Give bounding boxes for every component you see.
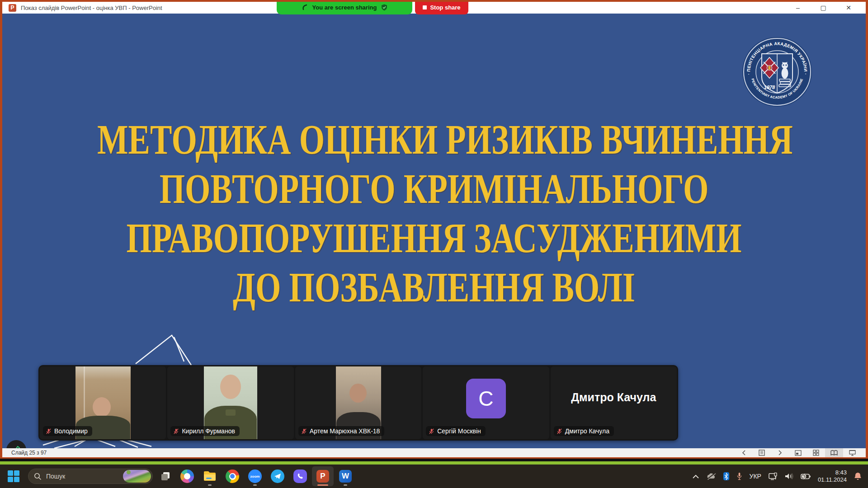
desktop-gap	[0, 458, 868, 461]
powerpoint-icon: P	[316, 470, 329, 483]
language-indicator[interactable]: УКР	[747, 467, 764, 485]
maximize-button[interactable]: ▢	[811, 2, 836, 14]
running-indicator	[344, 484, 347, 486]
copilot-icon	[180, 469, 194, 483]
telegram-icon	[271, 469, 284, 483]
language-code: УКР	[750, 473, 761, 480]
participant-display-name: Дмитро Качула	[551, 390, 677, 404]
stop-icon	[423, 5, 427, 9]
chrome-icon	[226, 469, 239, 483]
powerpoint-icon-letter: P	[320, 472, 325, 481]
reading-view-button[interactable]	[825, 448, 843, 457]
screen-sharing-indicator[interactable]: You are screen sharing	[277, 0, 412, 14]
word-icon: W	[339, 470, 352, 483]
penitentiary-academy-logo: · ПЕНІТЕНЦІАРНА АКАДЕМІЯ УКРАЇНИ · PENIT…	[741, 36, 813, 108]
slide-title-line: ПРАВОПОРУШЕННЯ ЗАСУДЖЕНИМИ	[97, 213, 771, 263]
participant-tile-kyrylo[interactable]: Кирилл Фурманов	[167, 366, 293, 439]
onedrive-offline-icon[interactable]	[703, 467, 719, 485]
normal-view-button[interactable]	[789, 448, 807, 457]
slide-title: МЕТОДИКА ОЦІНКИ РИЗИКІВ ВЧИНЕННЯ ПОВТОРН…	[2, 115, 866, 312]
close-button[interactable]: ✕	[836, 2, 861, 14]
stop-share-label: Stop share	[430, 4, 460, 11]
muted-mic-icon	[173, 428, 179, 434]
logo-year: 1978	[764, 84, 775, 90]
participant-name-pill: Артем Марюхна ХВК-18	[298, 426, 385, 436]
taskbar-app-chrome[interactable]	[222, 466, 243, 486]
windows-logo-icon	[8, 470, 19, 482]
participant-tile-serhii[interactable]: C Сергій Москвін	[423, 366, 549, 439]
microphone-in-use-icon[interactable]	[734, 467, 745, 485]
participant-tile-dmytro[interactable]: Дмитро Качула Дмитро Качула	[551, 366, 677, 439]
participant-avatar: C	[466, 379, 506, 418]
word-icon-letter: W	[342, 472, 349, 481]
participant-name: Кирилл Фурманов	[182, 427, 235, 435]
screen: МЕТОДИКА ОЦІНКИ РИЗИКІВ ВЧИНЕННЯ ПОВТОРН…	[0, 0, 868, 488]
participant-name: Сергій Москвін	[437, 427, 481, 435]
sharing-swoosh-icon	[302, 4, 308, 10]
taskbar-app-zoom[interactable]: zoom	[244, 466, 266, 486]
participant-name-pill: Сергій Москвін	[426, 426, 486, 436]
taskbar-clock[interactable]: 8:43 01.11.2024	[815, 467, 849, 485]
bluetooth-icon[interactable]	[721, 467, 732, 485]
taskbar-app-file-explorer[interactable]	[199, 466, 221, 486]
notification-bell-icon[interactable]	[851, 467, 864, 485]
search-input[interactable]: Пошук	[28, 469, 153, 484]
pencil-icon	[11, 445, 22, 448]
tray-time: 8:43	[818, 469, 847, 476]
stop-share-button[interactable]: Stop share	[415, 0, 468, 14]
running-indicator	[253, 484, 257, 486]
slide-sorter-view-button[interactable]	[807, 448, 825, 457]
task-view-button[interactable]	[156, 466, 175, 486]
share-green-border	[0, 461, 868, 465]
running-indicator	[208, 484, 212, 486]
muted-mic-icon	[557, 428, 562, 434]
battery-charging-icon[interactable]	[798, 467, 813, 485]
slideshow-view-button[interactable]	[843, 448, 861, 457]
taskbar-app-powerpoint[interactable]: P	[312, 466, 334, 486]
active-app-indicator	[317, 484, 328, 486]
participant-name: Артем Марюхна ХВК-18	[310, 427, 380, 435]
zoom-participant-strip: Володимир Кирилл Фурманов	[38, 365, 678, 441]
menu-button[interactable]	[753, 448, 771, 457]
taskbar-app-viber[interactable]	[289, 466, 311, 486]
taskbar-app-copilot[interactable]	[176, 466, 198, 486]
muted-mic-icon	[301, 428, 307, 434]
participant-name: Дмитро Качула	[565, 427, 609, 435]
hidden-icons-chevron[interactable]	[690, 467, 702, 485]
powerpoint-status-bar: Слайд 25 з 97	[2, 448, 866, 457]
window-title: Показ слайдів PowerPoint - оцінка УВП - …	[21, 5, 162, 11]
participant-name-pill: Кирилл Фурманов	[170, 426, 239, 436]
slide-title-line: ДО ПОЗБАВЛЕННЯ ВОЛІ	[97, 263, 771, 312]
muted-mic-icon	[429, 428, 434, 434]
taskbar-app-telegram[interactable]	[267, 466, 288, 486]
file-explorer-icon	[203, 471, 216, 482]
search-placeholder: Пошук	[46, 473, 123, 480]
window-title-bar: P Показ слайдів PowerPoint - оцінка УВП …	[2, 2, 866, 14]
sharing-text: You are screen sharing	[312, 4, 377, 11]
search-icon	[34, 473, 42, 480]
participant-tile-artem[interactable]: Артем Марюхна ХВК-18	[295, 366, 421, 439]
viber-icon	[293, 469, 307, 483]
volume-icon[interactable]	[782, 467, 796, 485]
task-view-icon	[160, 471, 171, 482]
zoom-icon: zoom	[248, 469, 262, 483]
taskbar-app-word[interactable]: W	[335, 466, 356, 486]
tray-date: 01.11.2024	[818, 476, 847, 483]
powerpoint-slide[interactable]: МЕТОДИКА ОЦІНКИ РИЗИКІВ ВЧИНЕННЯ ПОВТОРН…	[2, 14, 866, 448]
powerpoint-app-icon: P	[9, 4, 16, 12]
participant-name-pill: Володимир	[43, 426, 92, 436]
minimize-button[interactable]: –	[785, 2, 811, 14]
avatar-letter: C	[478, 386, 493, 411]
previous-slide-button[interactable]	[735, 448, 753, 457]
cast-display-icon[interactable]	[766, 467, 780, 485]
powerpoint-app-letter: P	[10, 5, 14, 11]
slide-title-line: МЕТОДИКА ОЦІНКИ РИЗИКІВ ВЧИНЕННЯ	[97, 115, 771, 164]
shield-check-icon	[381, 4, 387, 11]
system-tray: УКР	[690, 465, 865, 488]
participant-name-pill: Дмитро Качула	[554, 426, 614, 436]
participant-tile-volodymyr[interactable]: Володимир	[40, 366, 166, 439]
next-slide-button[interactable]	[771, 448, 789, 457]
start-button[interactable]	[4, 466, 24, 486]
muted-mic-icon	[46, 428, 52, 434]
slide-title-line: ПОВТОРНОГО КРИМІНАЛЬНОГО	[97, 164, 771, 213]
